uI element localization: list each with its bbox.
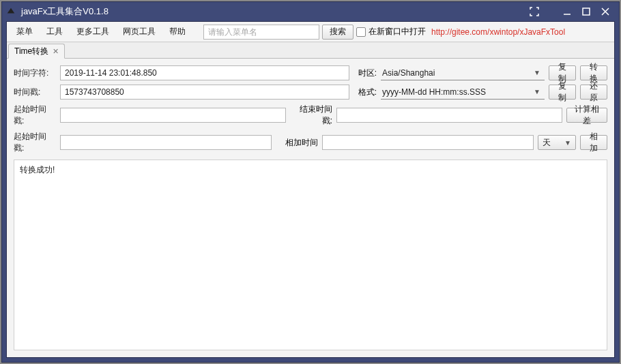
time-string-label: 时间字符: bbox=[14, 67, 56, 79]
menubar: 菜单 工具 更多工具 网页工具 帮助 搜索 在新窗口中打开 http://git… bbox=[7, 22, 614, 42]
status-text: 转换成功! bbox=[20, 165, 55, 175]
add-time-input[interactable] bbox=[322, 135, 534, 150]
start-ts-label-2: 起始时间戳: bbox=[14, 131, 56, 154]
client-area: 菜单 工具 更多工具 网页工具 帮助 搜索 在新窗口中打开 http://git… bbox=[6, 21, 615, 358]
minimize-button[interactable] bbox=[558, 5, 577, 18]
tabbar: Time转换 ✕ bbox=[7, 42, 614, 59]
open-new-window-checkbox[interactable]: 在新窗口中打开 bbox=[356, 26, 426, 37]
search-button[interactable]: 搜索 bbox=[322, 25, 353, 40]
start-ts-label: 起始时间戳: bbox=[14, 104, 56, 127]
project-link[interactable]: http://gitee.com/xwintop/xJavaFxTool bbox=[431, 27, 565, 37]
timezone-value: Asia/Shanghai bbox=[382, 68, 435, 78]
end-ts-input[interactable] bbox=[336, 108, 562, 123]
chevron-down-icon: ▼ bbox=[534, 88, 540, 95]
calc-diff-button[interactable]: 计算相差 bbox=[566, 108, 607, 123]
copy-button-2[interactable]: 复制 bbox=[549, 85, 576, 100]
svg-rect-0 bbox=[583, 8, 590, 15]
app-icon bbox=[6, 6, 17, 17]
menu-item-1[interactable]: 工具 bbox=[41, 23, 68, 40]
menu-item-0[interactable]: 菜单 bbox=[11, 23, 38, 40]
unit-combo[interactable]: 天 ▼ bbox=[538, 135, 576, 150]
timestamp-input[interactable] bbox=[60, 85, 349, 100]
titlebar: javaFx工具集合V0.1.8 bbox=[2, 2, 619, 21]
checkbox-box[interactable] bbox=[356, 27, 366, 37]
row-diff: 起始时间戳: 结束时间戳: 计算相差 bbox=[14, 104, 607, 127]
window-title: javaFx工具集合V0.1.8 bbox=[21, 5, 525, 18]
unit-value: 天 bbox=[543, 137, 551, 149]
format-value: yyyy-MM-dd HH:mm:ss.SSS bbox=[382, 87, 486, 97]
timezone-label: 时区: bbox=[353, 67, 377, 79]
format-label: 格式: bbox=[353, 87, 377, 98]
menu-item-4[interactable]: 帮助 bbox=[164, 23, 191, 40]
convert-button[interactable]: 转换 bbox=[580, 65, 607, 80]
timestamp-label: 时间戳: bbox=[14, 87, 56, 98]
restore-button[interactable]: 还原 bbox=[580, 85, 607, 100]
maximize-button[interactable] bbox=[577, 5, 596, 18]
add-button[interactable]: 相加 bbox=[580, 135, 607, 150]
end-ts-label: 结束时间戳: bbox=[290, 104, 332, 127]
add-time-label: 相加时间 bbox=[276, 137, 318, 149]
copy-button-1[interactable]: 复制 bbox=[549, 65, 576, 80]
checkbox-label: 在新窗口中打开 bbox=[369, 26, 426, 37]
row-time-string: 时间字符: 时区: Asia/Shanghai ▼ 复制 转换 bbox=[14, 65, 607, 80]
chevron-down-icon: ▼ bbox=[564, 139, 571, 147]
fullscreen-icon[interactable] bbox=[525, 5, 544, 18]
format-combo[interactable]: yyyy-MM-dd HH:mm:ss.SSS ▼ bbox=[381, 85, 545, 100]
status-output: 转换成功! bbox=[14, 160, 607, 350]
tab-label: Time转换 bbox=[14, 46, 48, 57]
menu-item-2[interactable]: 更多工具 bbox=[71, 23, 115, 40]
start-ts-input-2[interactable] bbox=[60, 135, 272, 150]
tab-time-convert[interactable]: Time转换 ✕ bbox=[8, 44, 65, 59]
time-string-input[interactable] bbox=[60, 65, 349, 80]
chevron-down-icon: ▼ bbox=[534, 69, 540, 76]
tab-close-icon[interactable]: ✕ bbox=[53, 47, 59, 56]
close-button[interactable] bbox=[596, 5, 615, 18]
app-window: javaFx工具集合V0.1.8 菜单 工具 更多工具 网页工具 帮助 搜索 在… bbox=[1, 1, 620, 363]
timezone-combo[interactable]: Asia/Shanghai ▼ bbox=[381, 65, 545, 80]
menu-search-input[interactable] bbox=[203, 25, 319, 40]
row-add: 起始时间戳: 相加时间 天 ▼ 相加 bbox=[14, 131, 607, 154]
menu-item-3[interactable]: 网页工具 bbox=[117, 23, 161, 40]
tab-content: 时间字符: 时区: Asia/Shanghai ▼ 复制 转换 时间戳: 格式:… bbox=[7, 59, 614, 357]
start-ts-input[interactable] bbox=[60, 108, 286, 123]
row-timestamp: 时间戳: 格式: yyyy-MM-dd HH:mm:ss.SSS ▼ 复制 还原 bbox=[14, 85, 607, 100]
